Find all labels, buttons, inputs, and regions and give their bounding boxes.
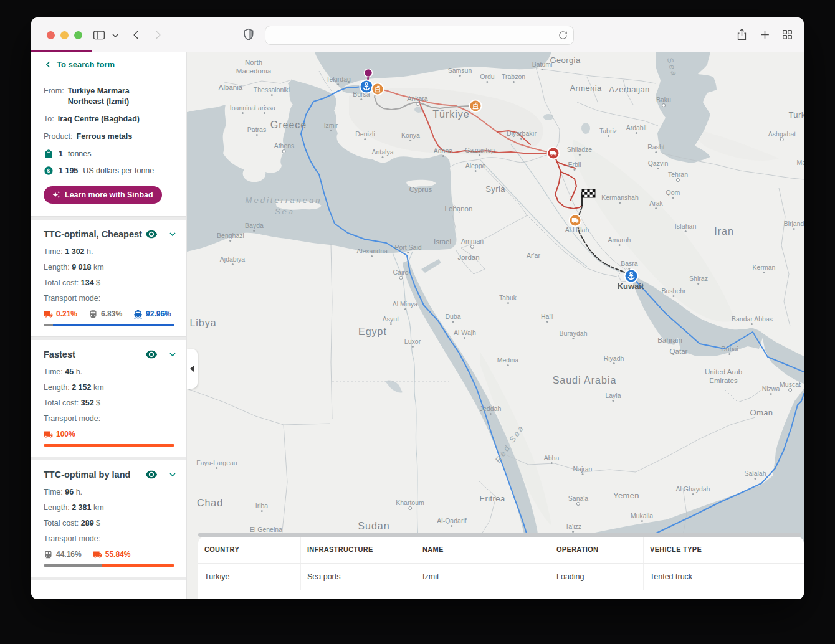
- price-unit: US dollars per tonne: [83, 166, 154, 175]
- table-header-cell: OPERATION: [550, 537, 644, 563]
- route-card-header[interactable]: Fastest: [44, 348, 178, 361]
- mode-share-segment: [102, 564, 174, 567]
- cargo-bag-icon: [44, 149, 54, 159]
- route-stat: Length: 2 152 km: [44, 383, 178, 392]
- transport-mode-label: Transport mode:: [44, 414, 178, 423]
- train-icon: [88, 310, 98, 319]
- minimize-button[interactable]: [60, 31, 69, 39]
- route-stat: Length: 9 018 km: [44, 263, 178, 272]
- table-header-cell: INFRASTRUCTURE: [301, 537, 416, 563]
- table-row[interactable]: TurkiyeSea portsIzmitLoadingTented truck: [198, 564, 804, 590]
- new-tab-icon[interactable]: [759, 29, 771, 40]
- eye-icon[interactable]: [145, 348, 158, 361]
- route-stat: Total cost: 289 $: [44, 519, 178, 528]
- route-card-header[interactable]: TTC-optimal by land: [44, 468, 178, 481]
- mode-percentage: 6.83%: [101, 310, 122, 318]
- route-title: Fastest: [44, 349, 145, 359]
- itinerary-table: COUNTRYINFRASTRUCTURENAMEOPERATIONVEHICL…: [198, 537, 804, 599]
- inland-terminal-marker[interactable]: [470, 100, 482, 112]
- reload-icon[interactable]: [558, 30, 568, 40]
- table-horizontal-scrollbar[interactable]: [198, 533, 801, 537]
- chevron-down-icon[interactable]: [168, 349, 178, 359]
- truck-share: 100%: [44, 430, 75, 439]
- route-title: TTC-optimal by land: [44, 470, 145, 480]
- back-icon[interactable]: [131, 29, 142, 40]
- route-card: TTC-optimal, CheapestTime: 1 302 h.Lengt…: [31, 220, 186, 336]
- sidebar-collapse-toggle[interactable]: [187, 349, 198, 389]
- learn-more-sinbad-button[interactable]: Learn more with Sinbad: [44, 186, 162, 204]
- mode-percentage: 92.96%: [146, 310, 171, 318]
- sparkle-icon: [52, 191, 60, 199]
- table-header-cell: VEHICLE TYPE: [644, 537, 804, 563]
- mode-percentage: 55.84%: [105, 550, 131, 559]
- train-share: 6.83%: [88, 310, 122, 319]
- ship-icon: [133, 310, 143, 319]
- border-crossing-marker[interactable]: [548, 148, 560, 159]
- shield-icon[interactable]: [243, 28, 254, 41]
- izmit-terminal-marker[interactable]: [372, 83, 384, 95]
- mode-share-bar: [44, 564, 174, 567]
- izmit-port-marker[interactable]: [360, 80, 373, 93]
- mode-share-segment: [44, 444, 174, 447]
- price-value: 1 195: [59, 166, 78, 175]
- to-value: Iraq Centre (Baghdad): [58, 114, 140, 125]
- eye-icon: [145, 228, 158, 240]
- truck-icon: [93, 550, 102, 559]
- back-to-search-link[interactable]: To search form: [31, 52, 186, 77]
- share-icon[interactable]: [736, 28, 748, 41]
- table-header-cell: COUNTRY: [198, 537, 301, 563]
- mode-share-bar: [44, 324, 174, 326]
- eye-icon[interactable]: [145, 468, 158, 481]
- route-stat: Total cost: 352 $: [44, 399, 178, 407]
- chevron-down-icon[interactable]: [112, 32, 119, 39]
- map-canvas: [187, 52, 804, 599]
- results-sidebar: To search form From:Turkiye Marmara Nort…: [31, 52, 187, 599]
- tonnage-unit: tonnes: [68, 149, 92, 158]
- map[interactable]: TürkiyeGreeceIranEgyptLibyaSaudi ArabiaS…: [187, 52, 804, 599]
- to-label: To:: [44, 114, 54, 125]
- sidebar-icon[interactable]: [93, 29, 105, 40]
- mode-percentage: 0.21%: [56, 310, 77, 318]
- table-cell: Izmit: [416, 564, 550, 590]
- table-cell: Loading: [550, 564, 644, 590]
- mode-share-segment: [44, 324, 52, 326]
- url-bar[interactable]: [265, 26, 574, 45]
- chevron-down-icon[interactable]: [168, 229, 178, 239]
- truck-icon: [44, 430, 53, 439]
- page-load-progress-bar: [31, 50, 92, 52]
- train-icon: [44, 550, 53, 559]
- mode-share-segment: [53, 324, 174, 326]
- mode-percentage: 100%: [56, 430, 75, 438]
- transport-mode-shares: 100%: [44, 430, 178, 439]
- table-cell: Turkiye: [198, 564, 301, 590]
- divider: [31, 577, 186, 580]
- table-header-cell: NAME: [416, 537, 550, 563]
- price-icon: $: [44, 166, 54, 176]
- route-card: TTC-optimal by landTime: 96 h.Length: 2 …: [31, 460, 186, 577]
- browser-window: To search form From:Turkiye Marmara Nort…: [31, 17, 804, 599]
- forward-icon[interactable]: [152, 29, 163, 40]
- route-title: TTC-optimal, Cheapest: [44, 229, 145, 239]
- product-value: Ferrous metals: [77, 131, 133, 142]
- al-hillah-truck-marker[interactable]: [570, 215, 581, 227]
- browser-toolbar: [31, 17, 804, 52]
- shipment-summary: From:Turkiye Marmara Northeast (Izmit) T…: [31, 77, 186, 216]
- route-stat: Time: 45 h.: [44, 367, 178, 376]
- chevron-down-icon[interactable]: [168, 470, 178, 480]
- route-cards: TTC-optimal, CheapestTime: 1 302 h.Lengt…: [31, 220, 186, 580]
- transport-mode-label: Transport mode:: [44, 534, 178, 543]
- mode-percentage: 44.16%: [56, 550, 82, 559]
- product-label: Product:: [44, 131, 73, 142]
- zoom-button[interactable]: [74, 31, 82, 39]
- close-button[interactable]: [47, 31, 55, 39]
- screen: To search form From:Turkiye Marmara Nort…: [0, 0, 835, 644]
- eye-icon[interactable]: [145, 228, 158, 240]
- lake-urmia: [581, 123, 590, 134]
- tonnage-value: 1: [59, 149, 63, 158]
- kuwait-port-marker[interactable]: [625, 270, 638, 283]
- route-card: FastestTime: 45 h.Length: 2 152 kmTotal …: [31, 340, 186, 457]
- tabs-icon[interactable]: [781, 29, 793, 40]
- route-card-header[interactable]: TTC-optimal, Cheapest: [44, 228, 178, 240]
- table-header-row: COUNTRYINFRASTRUCTURENAMEOPERATIONVEHICL…: [198, 537, 804, 564]
- transport-mode-shares: 44.16%55.84%: [44, 550, 178, 559]
